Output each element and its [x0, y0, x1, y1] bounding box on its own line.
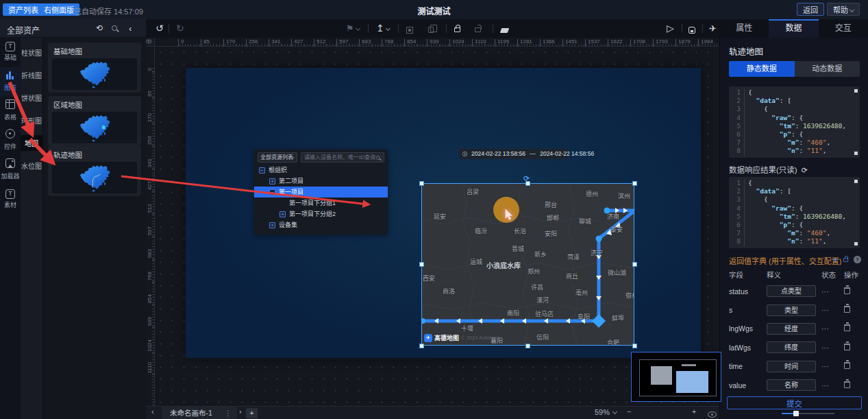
- selection-handle[interactable]: [525, 181, 530, 186]
- collapse-panel-icon[interactable]: ‹: [129, 23, 132, 34]
- delete-icon[interactable]: [844, 324, 850, 331]
- track-map-component[interactable]: 吕梁德州滨州邢台延安邯郸聊城济南泰安临汾长治安阳晋城新乡菏泽济宁运城小浪底水库郑…: [421, 183, 634, 346]
- rail-item-basic[interactable]: T基础: [0, 38, 21, 67]
- selection-handle[interactable]: [525, 344, 530, 348]
- static-data-tab[interactable]: 静态数据: [729, 61, 795, 77]
- collapse-icon[interactable]: −: [259, 167, 265, 173]
- lock-icon[interactable]: [454, 23, 460, 34]
- state-more-icon[interactable]: ⋯: [821, 344, 830, 352]
- rail-item-loaders[interactable]: 加载器: [0, 156, 21, 185]
- zoom-out-icon[interactable]: −: [627, 407, 631, 416]
- meaning-input[interactable]: 时间: [767, 361, 816, 372]
- submit-button[interactable]: 提交: [727, 396, 862, 409]
- save-icon[interactable]: [689, 23, 695, 36]
- meaning-input[interactable]: 名称: [767, 379, 816, 391]
- collapse-icon[interactable]: −: [269, 189, 275, 195]
- rail-item-widgets[interactable]: 控件: [0, 126, 21, 156]
- expand-icon[interactable]: +: [269, 178, 275, 184]
- tree-item[interactable]: +设备集: [254, 219, 388, 230]
- zoom-slider-knob[interactable]: [793, 411, 799, 416]
- meaning-input[interactable]: 点类型: [767, 285, 816, 297]
- card-basic-map[interactable]: 基础地图: [48, 43, 141, 93]
- publish-icon[interactable]: ✈: [709, 23, 717, 34]
- refresh-icon[interactable]: ⟲: [96, 23, 103, 34]
- more-icon[interactable]: ⋮: [225, 407, 232, 419]
- selection-handle[interactable]: [632, 181, 637, 186]
- delete-icon[interactable]: [844, 306, 850, 313]
- play-icon[interactable]: ▷: [667, 23, 674, 34]
- resource-dropdown[interactable]: 全部资源列表: [258, 152, 297, 163]
- help-button[interactable]: 帮助: [827, 3, 860, 16]
- search-icon[interactable]: [112, 25, 117, 31]
- minimap[interactable]: [631, 352, 721, 402]
- zoom-in-icon[interactable]: +: [692, 407, 696, 416]
- tab-interaction[interactable]: 交互: [819, 19, 868, 38]
- delete-icon[interactable]: [844, 362, 850, 369]
- undo-icon[interactable]: ↺: [156, 23, 164, 34]
- delete-icon[interactable]: [844, 344, 850, 350]
- state-more-icon[interactable]: ⋯: [821, 324, 830, 333]
- state-more-icon[interactable]: ⋯: [821, 306, 830, 314]
- meaning-input[interactable]: 经度: [767, 323, 816, 335]
- selection-handle[interactable]: [419, 344, 424, 348]
- copy-icon[interactable]: [428, 23, 434, 35]
- meaning-input[interactable]: 类型: [767, 304, 816, 316]
- card-region-map[interactable]: 区域地图: [48, 96, 141, 146]
- delete-icon[interactable]: [844, 381, 850, 388]
- tree-item[interactable]: −第一项目下分组1: [254, 197, 388, 208]
- preview-eye-icon[interactable]: [708, 411, 717, 419]
- flag-icon[interactable]: ⚑: [346, 23, 360, 34]
- unlock-icon[interactable]: [475, 23, 481, 34]
- delete-icon[interactable]: [844, 287, 850, 294]
- rail-item-charts[interactable]: 图表: [0, 67, 21, 97]
- selection-handle[interactable]: [419, 181, 424, 186]
- canvas-tab[interactable]: 未命名画布-1⋮: [162, 407, 237, 419]
- state-more-icon[interactable]: ⋯: [821, 287, 830, 296]
- rail-item-tables[interactable]: 表格: [0, 97, 21, 126]
- subcat-line-chart[interactable]: 折线图: [21, 67, 42, 83]
- subcat-bar-chart[interactable]: 柱状图: [21, 45, 42, 60]
- back-button[interactable]: 返回: [797, 3, 824, 16]
- device-search-input[interactable]: 请输入设备名称、唯一ID查询: [301, 152, 384, 163]
- subcat-ring-chart[interactable]: 环形图: [21, 112, 42, 128]
- selection-handle[interactable]: [419, 262, 424, 267]
- tree-item[interactable]: −根组织: [254, 165, 388, 176]
- card-track-map[interactable]: 轨迹地图: [48, 146, 141, 196]
- dynamic-data-tab[interactable]: 动态数据: [795, 61, 860, 77]
- tree-item[interactable]: −第一项目: [254, 187, 388, 197]
- help-circle-icon[interactable]: ?: [854, 256, 861, 263]
- subcat-map[interactable]: 地图: [21, 135, 42, 151]
- selection-handle[interactable]: [632, 344, 637, 348]
- selection-handle[interactable]: [632, 262, 637, 267]
- refresh-icon[interactable]: ⟳: [802, 166, 808, 174]
- response-result-editor[interactable]: 1{2 "data": [3 {4 "raw": {5 "tm": 163962…: [729, 177, 860, 248]
- zoom-slider[interactable]: [782, 413, 834, 414]
- artboard[interactable]: 全部资源列表 请输入设备名称、唯一ID查询 −根组织+第二项目−第一项目−第一项…: [186, 68, 701, 358]
- expand-icon[interactable]: +: [280, 211, 286, 217]
- state-more-icon[interactable]: ⋯: [821, 381, 830, 390]
- static-data-editor[interactable]: 1{2 "data": [3 {4 "raw": {5 "tm": 163962…: [729, 86, 860, 158]
- prev-canvas-icon[interactable]: ‹: [151, 407, 154, 416]
- add-canvas-button[interactable]: +: [246, 408, 258, 418]
- eraser-icon[interactable]: [501, 23, 508, 35]
- state-more-icon[interactable]: ⋯: [821, 362, 830, 370]
- redo-icon[interactable]: ↻: [176, 23, 184, 34]
- subcat-pie-chart[interactable]: 饼状图: [21, 90, 42, 106]
- group-icon[interactable]: [406, 23, 413, 36]
- expand-icon[interactable]: +: [269, 222, 275, 228]
- meaning-input[interactable]: 纬度: [767, 342, 816, 353]
- tree-item[interactable]: +第二项目: [254, 176, 388, 187]
- date-range-picker[interactable]: 2024-02-22 13:58:56 — 2024-02-22 14:58:5…: [459, 149, 567, 159]
- tree-item[interactable]: +第一项目下分组2: [254, 208, 388, 219]
- zoom-level[interactable]: 59%: [595, 408, 617, 416]
- add-field-icon[interactable]: +: [832, 255, 838, 264]
- tab-properties[interactable]: 属性: [719, 19, 769, 38]
- subcat-water-level[interactable]: 水位图: [21, 158, 42, 173]
- ruler-corner[interactable]: [146, 38, 155, 47]
- rail-item-materials[interactable]: T素材: [0, 185, 21, 215]
- next-canvas-icon[interactable]: ›: [239, 407, 242, 416]
- tab-data[interactable]: 数据: [769, 19, 818, 38]
- lock-icon[interactable]: [843, 255, 848, 264]
- device-tree-component[interactable]: 全部资源列表 请输入设备名称、唯一ID查询 −根组织+第二项目−第一项目−第一项…: [254, 149, 388, 235]
- align-top-icon[interactable]: ↥: [376, 23, 390, 34]
